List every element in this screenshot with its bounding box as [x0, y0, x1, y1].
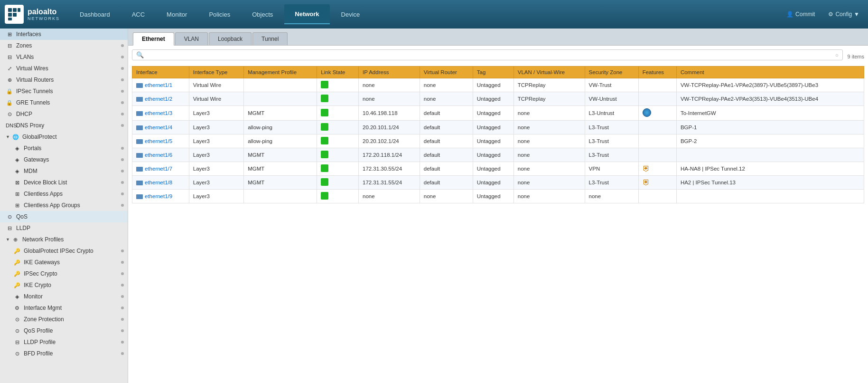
table-row[interactable]: ethernet1/2Virtual WirenonenoneUntaggedT…: [132, 92, 864, 106]
sidebar-label-gpic: GlobalProtect IPSec Crypto: [24, 248, 93, 254]
commit-button[interactable]: 👤 Commit: [783, 9, 819, 19]
sidebar-label-lldp: LLDP: [16, 225, 30, 231]
interface-link[interactable]: ethernet1/7: [145, 166, 172, 172]
sidebar-item-dns-proxy[interactable]: DNS DNS Proxy: [0, 120, 128, 131]
mdm-icon: ◈: [13, 168, 21, 174]
cell-mgmt: [244, 190, 317, 203]
cell-vr: default: [420, 134, 473, 148]
tab-objects[interactable]: Objects: [242, 4, 283, 24]
sidebar-item-vlans[interactable]: ⊟ VLANs: [0, 51, 128, 63]
cell-mgmt: [244, 78, 317, 92]
sidebar-item-globalprotect[interactable]: ▼ 🌐 GlobalProtect: [0, 131, 128, 143]
sidebar-item-lldp-profile[interactable]: ⊟ LLDP Profile: [0, 336, 128, 348]
sidebar-item-ipsec-crypto[interactable]: 🔑 IPSec Crypto: [0, 268, 128, 279]
zoneprot-icon: ⊙: [13, 316, 21, 323]
table-row[interactable]: ethernet1/3Layer3MGMT10.46.198.118defaul…: [132, 106, 864, 121]
interface-link[interactable]: ethernet1/9: [145, 193, 172, 199]
sidebar-item-dhcp[interactable]: ⊙ DHCP: [0, 108, 128, 120]
sidebar-item-lldp[interactable]: ⊟ LLDP: [0, 222, 128, 234]
cell-tag: Untagged: [473, 190, 513, 203]
cell-comment: HA2 | IPSec Tunnel.13: [676, 176, 864, 190]
cell-type: Layer3: [189, 162, 243, 176]
interfaces-table: Interface Interface Type Management Prof…: [132, 66, 864, 203]
sidebar-item-ike-gateways[interactable]: 🔑 IKE Gateways: [0, 257, 128, 268]
col-comment: Comment: [676, 67, 864, 78]
sidebar-item-mdm[interactable]: ◈ MDM: [0, 165, 128, 177]
ipsec-dot: [121, 90, 124, 93]
sub-tabs: Ethernet VLAN Loopback Tunnel: [128, 29, 868, 46]
tab-network[interactable]: Network: [284, 4, 329, 24]
sidebar-item-virtual-wires[interactable]: ⤢ Virtual Wires: [0, 63, 128, 74]
sidebar-item-bfd-profile[interactable]: ⊙ BFD Profile: [0, 348, 128, 359]
sidebar-item-qos-profile[interactable]: ⊙ QoS Profile: [0, 325, 128, 336]
subtab-vlan[interactable]: VLAN: [175, 32, 208, 45]
sidebar-item-network-profiles[interactable]: ▼ ⊕ Network Profiles: [0, 234, 128, 245]
sidebar-item-qos[interactable]: ⊙ QoS: [0, 211, 128, 222]
monitor-icon: ◈: [13, 294, 21, 300]
table-row[interactable]: ethernet1/5Layer3allow-ping20.20.102.1/2…: [132, 134, 864, 148]
sidebar-item-clientless-apps[interactable]: ⊞ Clientless Apps: [0, 188, 128, 200]
cell-interface: ethernet1/8: [132, 176, 189, 190]
sidebar-item-interfaces[interactable]: ⊞ Interfaces: [0, 29, 128, 40]
table-row[interactable]: ethernet1/4Layer3allow-ping20.20.101.1/2…: [132, 121, 864, 134]
sidebar-item-gp-ipsec-crypto[interactable]: 🔑 GlobalProtect IPSec Crypto: [0, 245, 128, 257]
cell-type: Layer3: [189, 148, 243, 162]
sidebar-item-ike-crypto[interactable]: 🔑 IKE Crypto: [0, 279, 128, 291]
config-button[interactable]: ⚙ Config ▼: [824, 9, 863, 19]
sidebar-item-gre-tunnels[interactable]: 🔒 GRE Tunnels: [0, 97, 128, 108]
sidebar-item-device-block-list[interactable]: ⊠ Device Block List: [0, 177, 128, 188]
cell-ip: none: [358, 78, 420, 92]
tab-dashboard[interactable]: Dashboard: [69, 4, 121, 24]
interface-link[interactable]: ethernet1/5: [145, 138, 172, 144]
sidebar-item-ipsec-tunnels[interactable]: 🔒 IPSec Tunnels: [0, 86, 128, 97]
cell-interface: ethernet1/7: [132, 162, 189, 176]
interface-link[interactable]: ethernet1/8: [145, 180, 172, 185]
svg-rect-2: [18, 8, 20, 12]
interface-link[interactable]: ethernet1/2: [145, 96, 172, 102]
sidebar-item-virtual-routers[interactable]: ⊕ Virtual Routers: [0, 74, 128, 86]
logo-sub: NETWORKS: [28, 16, 60, 21]
sidebar-item-interface-mgmt[interactable]: ⚙ Interface Mgmt: [0, 302, 128, 314]
ipseccrypto-dot: [121, 272, 124, 275]
cell-comment: HA-NA8 | IPSec Tunnel.12: [676, 162, 864, 176]
tab-policies[interactable]: Policies: [198, 4, 241, 24]
search-input[interactable]: [147, 52, 835, 58]
lldpprofile-dot: [121, 341, 124, 344]
ikecrypto-dot: [121, 284, 124, 287]
sidebar-item-zones[interactable]: ⊟ Zones: [0, 40, 128, 51]
table-row[interactable]: ethernet1/9Layer3nonenoneUntaggednonenon…: [132, 190, 864, 203]
link-state-indicator: [321, 151, 328, 158]
cell-vr: default: [420, 162, 473, 176]
sidebar-label-qos: QoS: [16, 213, 28, 220]
gp-icon: 🌐: [12, 134, 19, 140]
tab-monitor[interactable]: Monitor: [156, 4, 197, 24]
subtab-loopback[interactable]: Loopback: [209, 32, 252, 45]
table-row[interactable]: ethernet1/6Layer3MGMT172.20.118.1/24defa…: [132, 148, 864, 162]
table-row[interactable]: ethernet1/1Virtual WirenonenoneUntaggedT…: [132, 78, 864, 92]
subtab-ethernet[interactable]: Ethernet: [133, 32, 174, 46]
link-state-indicator: [321, 164, 328, 172]
interface-link[interactable]: ethernet1/3: [145, 110, 172, 116]
cell-comment: [676, 190, 864, 203]
sidebar-item-clientless-app-groups[interactable]: ⊞ Clientless App Groups: [0, 200, 128, 211]
cag-dot: [121, 204, 124, 207]
commit-label: Commit: [795, 11, 815, 18]
sidebar-label-zoneprot: Zone Protection: [24, 316, 64, 323]
tab-device[interactable]: Device: [331, 4, 371, 24]
config-icon: ⚙: [828, 11, 833, 18]
interface-link[interactable]: ethernet1/6: [145, 152, 172, 158]
sidebar-item-monitor-profile[interactable]: ◈ Monitor: [0, 291, 128, 302]
subtab-tunnel[interactable]: Tunnel: [252, 32, 288, 45]
interface-link[interactable]: ethernet1/4: [145, 124, 172, 130]
sidebar-item-portals[interactable]: ◈ Portals: [0, 143, 128, 154]
table-row[interactable]: ethernet1/8Layer3MGMT172.31.31.55/24defa…: [132, 176, 864, 190]
sidebar-item-gateways[interactable]: ◈ Gateways: [0, 154, 128, 165]
commit-icon: 👤: [786, 11, 793, 18]
interface-link[interactable]: ethernet1/1: [145, 82, 172, 88]
tab-acc[interactable]: ACC: [121, 4, 155, 24]
sidebar-item-zone-protection[interactable]: ⊙ Zone Protection: [0, 314, 128, 325]
table-row[interactable]: ethernet1/7Layer3MGMT172.31.30.55/24defa…: [132, 162, 864, 176]
lldpprofile-icon: ⊟: [13, 339, 21, 345]
col-ip: IP Address: [358, 67, 420, 78]
link-state-indicator: [321, 178, 328, 186]
